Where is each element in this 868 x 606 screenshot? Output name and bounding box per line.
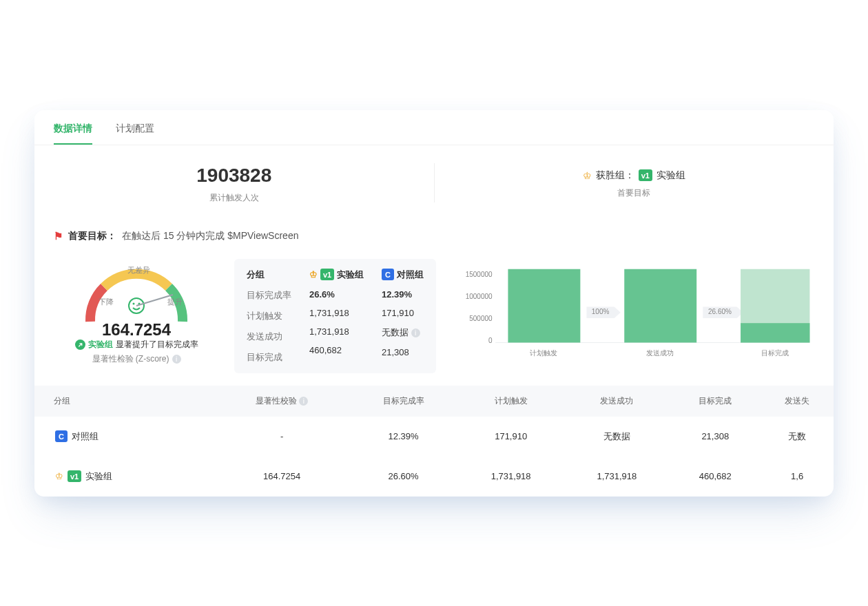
svg-text:下降: 下降 <box>99 297 114 306</box>
col-sig: 显著性校验 i <box>215 386 349 417</box>
metrics-card: 分组 目标完成率 计划触发 发送成功 目标完成 ♔ v1 实验组 26.6% 1… <box>234 259 436 373</box>
tab-data-details[interactable]: 数据详情 <box>54 123 92 145</box>
flag-icon: ⚑ <box>54 230 63 242</box>
funnel-chart-box: 1500000 1000000 500000 0 100% 26.60% <box>444 252 834 379</box>
row-sig: - <box>215 417 349 457</box>
total-trigger-label: 累计触发人次 <box>209 192 259 204</box>
exp-plan: 1,731,918 <box>309 308 364 318</box>
metrics-header-exp: ♔ v1 实验组 <box>309 269 364 281</box>
svg-text:1000000: 1000000 <box>466 292 493 300</box>
svg-text:目标完成: 目标完成 <box>761 348 789 356</box>
gauge-subtitle: 显著性检验 (Z-score) i <box>92 353 181 365</box>
metrics-header-group: 分组 <box>247 269 291 281</box>
dashboard-panel: 数据详情 计划配置 1903828 累计触发人次 ♔ 获胜组： v1 实验组 首… <box>34 110 834 497</box>
info-icon[interactable]: i <box>411 328 420 337</box>
exp-goal: 460,682 <box>309 345 364 355</box>
metrics-row-send-label: 发送成功 <box>247 331 291 343</box>
col-send: 发送成功 <box>564 386 670 417</box>
winner-group: 实验组 <box>657 169 685 182</box>
row-rate: 12.39% <box>349 417 457 457</box>
row-goal: 460,682 <box>670 457 761 497</box>
summary-trigger-count: 1903828 累计触发人次 <box>34 145 434 220</box>
table-row: ♔ v1 实验组 164.7254 26.60% 1,731,918 1,731… <box>34 457 834 497</box>
funnel-bar-chart: 1500000 1000000 500000 0 100% 26.60% <box>461 259 813 376</box>
info-icon[interactable]: i <box>172 355 181 364</box>
col-goal: 目标完成 <box>670 386 761 417</box>
svg-text:1500000: 1500000 <box>466 270 493 278</box>
metrics-row-plan-label: 计划触发 <box>247 310 291 322</box>
mid-row: 下降 无差异 提升 164.7254 ➜ 实验组 显著提升了目标完成率 显著性检… <box>34 245 834 382</box>
crown-icon: ♔ <box>309 269 318 280</box>
tab-plan-config[interactable]: 计划配置 <box>116 123 154 145</box>
svg-text:26.60%: 26.60% <box>708 308 732 315</box>
row-fail: 无数 <box>761 417 834 457</box>
winner-label: 获胜组： <box>596 169 634 182</box>
data-table: 分组 显著性校验 i 目标完成率 计划触发 发送成功 目标完成 发送失 C 对照… <box>34 386 834 497</box>
col-rate: 目标完成率 <box>349 386 457 417</box>
metrics-row-rate-label: 目标完成率 <box>247 289 291 302</box>
row-send: 无数据 <box>564 417 670 457</box>
metrics-row-goal-label: 目标完成 <box>247 351 291 364</box>
gauge-rest: 显著提升了目标完成率 <box>116 339 198 351</box>
col-group: 分组 <box>34 386 215 417</box>
ctrl-rate: 12.39% <box>382 289 424 300</box>
crown-icon: ♔ <box>55 471 63 481</box>
svg-text:提升: 提升 <box>167 297 183 306</box>
winner-subtitle: 首要目标 <box>617 187 650 199</box>
exp-send: 1,731,918 <box>309 326 364 337</box>
summary-row: 1903828 累计触发人次 ♔ 获胜组： v1 实验组 首要目标 <box>34 145 834 220</box>
row-plan: 1,731,918 <box>458 457 564 497</box>
metrics-header-ctrl: C 对照组 <box>382 269 424 281</box>
svg-text:0: 0 <box>488 336 493 344</box>
tab-bar: 数据详情 计划配置 <box>34 110 834 145</box>
svg-rect-15 <box>624 269 696 342</box>
gauge-statement: ➜ 实验组 显著提升了目标完成率 <box>75 339 198 351</box>
v1-badge-icon: v1 <box>320 269 334 280</box>
goal-text: 在触达后 15 分钟内完成 $MPViewScreen <box>122 230 298 242</box>
svg-text:发送成功: 发送成功 <box>646 348 674 356</box>
col-fail: 发送失 <box>761 386 834 417</box>
row-group: 对照组 <box>72 430 99 443</box>
c-badge-icon: C <box>55 430 68 442</box>
svg-text:164.7254: 164.7254 <box>102 320 172 339</box>
row-sig: 164.7254 <box>215 457 349 497</box>
ctrl-plan: 171,910 <box>382 308 424 318</box>
crown-icon: ♔ <box>583 170 592 181</box>
row-rate: 26.60% <box>349 457 457 497</box>
svg-point-1 <box>133 302 135 304</box>
svg-rect-13 <box>508 269 580 342</box>
table-row: C 对照组 - 12.39% 171,910 无数据 21,308 无数 <box>34 417 834 457</box>
row-plan: 171,910 <box>458 417 564 457</box>
row-group: 实验组 <box>85 470 112 483</box>
ctrl-goal: 21,308 <box>382 347 424 357</box>
svg-rect-18 <box>741 323 809 342</box>
ctrl-send: 无数据 i <box>382 326 424 339</box>
row-send: 1,731,918 <box>564 457 670 497</box>
gauge-box: 下降 无差异 提升 164.7254 ➜ 实验组 显著提升了目标完成率 显著性检… <box>47 252 226 379</box>
svg-text:100%: 100% <box>592 308 610 315</box>
row-goal: 21,308 <box>670 417 761 457</box>
exp-rate: 26.6% <box>309 289 364 300</box>
gauge-group: 实验组 <box>88 339 113 351</box>
col-plan: 计划触发 <box>458 386 564 417</box>
svg-text:计划触发: 计划触发 <box>530 348 557 356</box>
v1-badge-icon: v1 <box>639 169 652 181</box>
c-badge-icon: C <box>382 269 394 280</box>
gauge-chart: 下降 无差异 提升 164.7254 <box>71 256 202 339</box>
v1-badge-icon: v1 <box>68 470 81 482</box>
arrow-up-icon: ➜ <box>72 337 87 351</box>
svg-text:无差异: 无差异 <box>127 266 150 274</box>
primary-goal-bar: ⚑ 首要目标： 在触达后 15 分钟内完成 $MPViewScreen <box>34 220 834 245</box>
info-icon[interactable]: i <box>299 397 308 406</box>
svg-text:500000: 500000 <box>469 314 493 322</box>
row-fail: 1,6 <box>761 457 834 497</box>
total-trigger-count: 1903828 <box>196 165 271 187</box>
summary-winner: ♔ 获胜组： v1 实验组 首要目标 <box>435 145 834 220</box>
goal-label: 首要目标： <box>68 230 116 242</box>
